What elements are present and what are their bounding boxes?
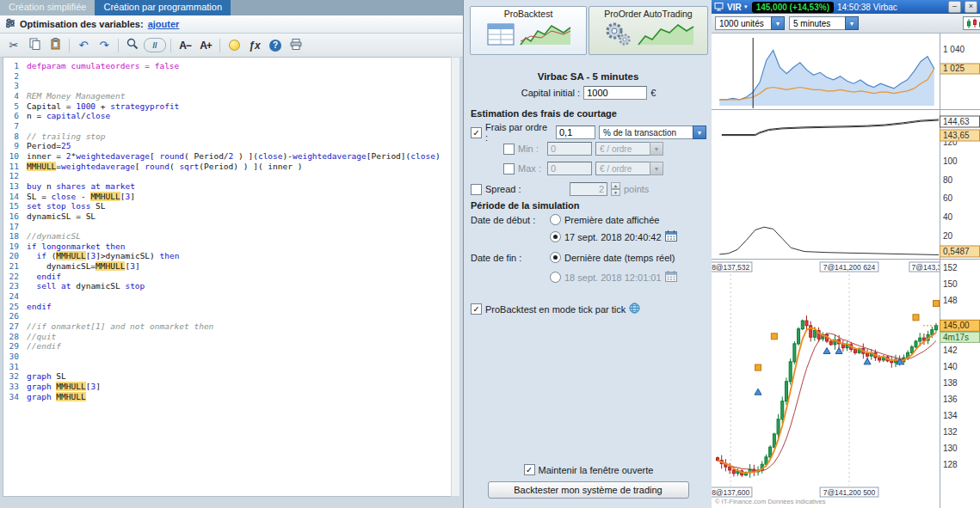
ajouter-link[interactable]: ajouter (148, 19, 180, 29)
optimisation-label: Optimisation des variables: (20, 19, 144, 29)
editor-tabbar: Création simplifiée Création par program… (0, 0, 463, 15)
start-first-date-radio[interactable] (550, 214, 561, 225)
end-date-radio[interactable] (550, 272, 561, 283)
instrument-icon (714, 2, 724, 13)
symbol-select[interactable]: VIR ▼ (727, 3, 749, 12)
fees-input[interactable] (556, 125, 595, 139)
svg-text:152: 152 (943, 263, 958, 272)
globe-icon (629, 303, 640, 315)
tab-creation-programmation[interactable]: Création par programmation (95, 0, 231, 15)
indicator-scale[interactable]: 12010080604020144,63143,650,5487 (940, 116, 980, 257)
code-area[interactable]: 1defparam cumulateorders = false2 3 4REM… (3, 57, 452, 497)
end-date-label: Date de fin : (471, 253, 546, 263)
toolbar-separator (170, 39, 171, 52)
copy-button[interactable] (25, 36, 44, 55)
svg-text:142: 142 (943, 346, 958, 355)
functions-button[interactable]: ƒx (245, 36, 264, 55)
keep-open-checkbox[interactable]: ✓ (524, 464, 535, 475)
code-line: 26 (3, 311, 451, 321)
price-pane[interactable]: 8@137,5327@141,200 6247@143,318@137,6007… (712, 262, 948, 505)
code-line: 10inner = 2*weightedaverage[ round( Peri… (3, 151, 451, 162)
min-unit-select[interactable]: € / ordre ▼ (595, 142, 663, 156)
chart-type-button[interactable]: ▼ (963, 16, 980, 30)
capital-input[interactable] (583, 86, 647, 100)
max-input[interactable] (547, 162, 592, 175)
svg-text:7@141,200 500: 7@141,200 500 (823, 488, 876, 497)
minimize-button[interactable]: – (948, 1, 961, 13)
min-label: Min : (518, 144, 544, 154)
backtest-run-button[interactable]: Backtester mon système de trading (488, 481, 689, 499)
price-scale[interactable]: 152150148142140138136134132130128145,004… (940, 263, 980, 469)
svg-text:20: 20 (943, 231, 953, 241)
paste-button[interactable] (46, 36, 65, 55)
calendar-icon[interactable] (665, 230, 677, 243)
svg-text:145,00: 145,00 (943, 321, 970, 330)
code-line: 5Capital = 1000 + strategyprofit (3, 101, 451, 112)
fees-checkbox[interactable]: ✓ (471, 127, 482, 138)
editor-scrollbar[interactable] (451, 57, 460, 497)
cut-button[interactable]: ✂ (4, 36, 23, 55)
fx-icon: ƒx (249, 40, 260, 52)
charts-svg[interactable]: 1 0401 02512010080604020144,63143,650,54… (712, 34, 980, 508)
tick-checkbox[interactable]: ✓ (471, 303, 482, 315)
max-checkbox[interactable] (503, 163, 515, 174)
units-select[interactable]: 1000 unités ▼ (715, 16, 785, 30)
redo-button[interactable]: ↷ (95, 36, 114, 55)
close-button[interactable]: × (965, 1, 977, 13)
min-checkbox[interactable] (503, 144, 515, 155)
calendar-icon[interactable] (665, 271, 677, 284)
tab-creation-simplifiee[interactable]: Création simplifiée (0, 0, 95, 15)
start-date-radio[interactable] (550, 231, 561, 242)
end-last-date-radio[interactable] (550, 252, 561, 263)
indicator-pane[interactable] (719, 119, 939, 255)
check-icon: ✓ (526, 466, 533, 474)
spread-input[interactable] (570, 182, 607, 196)
spread-stepper[interactable]: ▲ ▼ (611, 182, 620, 196)
chart-window: VIR ▼ 145,000 (+14,53%) 14:50:38 Virbac … (712, 0, 980, 508)
code-line: 1defparam cumulateorders = false (3, 61, 451, 71)
lightbulb-icon (229, 40, 240, 51)
code-line: 22 endif (3, 272, 451, 282)
cut-icon: ✂ (9, 39, 19, 52)
font-increase-button[interactable]: A+ (196, 36, 215, 55)
svg-text:7@141,200 624: 7@141,200 624 (823, 263, 876, 272)
comment-button[interactable]: // (144, 38, 166, 52)
start-date-label: Date de début : (471, 215, 546, 225)
toolbar-separator (219, 39, 220, 52)
spread-checkbox[interactable] (471, 184, 482, 195)
ma-slow-line (718, 334, 936, 471)
max-unit-select[interactable]: € / ordre ▼ (595, 162, 663, 175)
tab-probacktest[interactable]: ProBacktest (470, 6, 587, 55)
print-button[interactable] (287, 36, 305, 55)
start-date-row2: 17 sept. 2018 20:40:42 (550, 230, 706, 243)
charts-area[interactable]: 1 0401 02512010080604020144,63143,650,54… (712, 34, 980, 508)
svg-text:8@137,532: 8@137,532 (712, 263, 749, 272)
code-line: 31 (3, 362, 451, 372)
tab-proorder[interactable]: ProOrder AutoTrading (589, 6, 708, 55)
code-line: 11MMHULL=weightedaverage[ round( sqrt(Pe… (3, 162, 451, 172)
undo-button[interactable]: ↶ (74, 36, 93, 55)
code-line: 32graph SL (3, 371, 451, 382)
end-last-date-text: Dernière date (temps réel) (564, 253, 675, 263)
help-button[interactable]: ? (266, 36, 285, 55)
svg-text:128: 128 (943, 460, 958, 469)
keep-open-label: Maintenir la fenêtre ouverte (539, 465, 654, 475)
check-icon: ✓ (473, 305, 480, 313)
zoom-button[interactable] (123, 36, 142, 55)
price-quote: 145,000 (+14,53%) (752, 2, 834, 13)
optimisation-row: Optimisation des variables: ajouter (0, 15, 463, 34)
printer-icon (290, 39, 302, 52)
equity-scale[interactable]: 1 0401 025 (940, 45, 980, 74)
equity-pane[interactable] (719, 38, 934, 108)
font-decrease-button[interactable]: A− (176, 36, 194, 55)
svg-text:© IT-Finance.com Données indic: © IT-Finance.com Données indicatives (715, 498, 826, 505)
units-value: 1000 unités (715, 16, 771, 30)
suggestions-button[interactable] (225, 36, 243, 55)
svg-text:148: 148 (943, 296, 958, 305)
chevron-down-icon: ▼ (693, 125, 706, 139)
fees-unit-select[interactable]: % de la transaction ▼ (599, 125, 706, 139)
timeframe-select[interactable]: 5 minutes ▼ (789, 16, 859, 30)
min-input[interactable] (547, 142, 592, 156)
svg-text:140: 140 (943, 362, 958, 371)
code-line: 29//endif (3, 341, 451, 352)
